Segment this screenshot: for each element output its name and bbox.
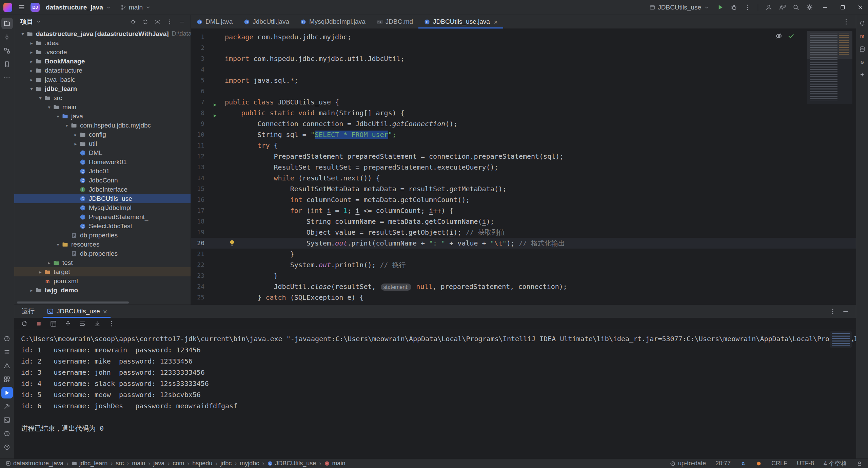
run-tab-close-icon[interactable]: × [103,308,107,315]
scroll-to-end-button[interactable] [93,319,101,328]
tree-item-pom-xml[interactable]: mpom.xml [14,276,191,286]
chevron-down-icon[interactable]: ▾ [28,86,35,92]
soft-wrap-button[interactable] [78,319,87,328]
chevron-down-icon[interactable]: ▾ [19,31,26,37]
code-minimap[interactable] [807,31,852,104]
breadcrumb-main[interactable]: mmain [324,460,345,467]
project-tool-button[interactable] [1,18,13,29]
expand-all-button[interactable] [141,18,149,26]
tree-item-util[interactable]: ▸util [14,139,191,148]
more-button[interactable] [107,319,116,328]
chevron-right-icon[interactable]: ▸ [28,59,35,64]
sync-status[interactable]: up-to-date [670,460,706,467]
tab-close-icon[interactable]: × [494,18,498,25]
history-tool-button[interactable] [1,428,13,439]
bookmarks-tool-button[interactable] [1,58,13,70]
run-line-icon[interactable] [212,100,217,105]
indent-style[interactable]: 4 个空格 [824,460,847,468]
tab-jdbcutils-use-java[interactable]: CJDBCUtils_use.java× [418,15,503,28]
tab-mysqljdbcimpl-java[interactable]: CMysqlJdbcImpl.java [295,15,371,28]
settings-icon[interactable] [804,2,815,13]
tree-item-homework01[interactable]: CHomework01 [14,157,191,167]
breadcrumb-jdbcutils-use[interactable]: CJDBCUtils_use [267,460,316,467]
run-config-widget[interactable]: JDBCUtils_use [647,2,712,13]
tree-item-src[interactable]: ▾src [14,93,191,102]
stop-button[interactable] [34,319,43,328]
profiler-tool-button[interactable] [1,333,13,344]
tree-item-jdbc-learn[interactable]: ▾jdbc_learn [14,84,191,93]
breadcrumb-datastructure-java[interactable]: datastructure_java [5,460,63,467]
tree-item-dml[interactable]: CDML [14,148,191,157]
chevron-down-icon[interactable]: ▾ [54,114,62,119]
tree-item-jdbc01[interactable]: CJdbc01 [14,167,191,176]
console-output[interactable]: C:\Users\meowrain\scoop\apps\corretto17-… [14,330,856,459]
chevron-down-icon[interactable]: ▾ [45,104,53,110]
help-tool-button[interactable] [1,441,13,453]
tree-item-idea[interactable]: ▸.idea [14,38,191,47]
ai-assistant-tool-button[interactable] [857,70,867,80]
readonly-lock[interactable] [856,461,863,467]
window-maximize-button[interactable] [835,0,850,15]
breadcrumb-com[interactable]: com [173,460,184,467]
tree-item-mysqljdbcimpl[interactable]: CMysqlJdbcImpl [14,203,191,212]
rerun-button[interactable] [20,319,28,328]
chevron-down-icon[interactable]: ▾ [54,242,62,247]
tree-item-lwjg-demo[interactable]: ▸lwjg_demo [14,286,191,295]
project-widget[interactable]: datastructure_java [43,2,114,13]
tree-item-vscode[interactable]: ▸.vscode [14,47,191,57]
profile-icon[interactable] [763,2,774,13]
project-panel-title[interactable]: 项目 [20,17,33,26]
tree-item-jdbcutils-use[interactable]: CJDBCUtils_use [14,194,191,203]
translate-icon[interactable] [776,2,788,13]
problems-tool-button[interactable] [1,360,13,371]
tree-item-preparedstatement[interactable]: CPreparedStatement_ [14,212,191,221]
branch-widget[interactable]: main [118,2,154,13]
chevron-right-icon[interactable]: ▸ [37,269,44,275]
line-separator[interactable]: CRLF [771,460,787,467]
tab-options-icon[interactable] [840,16,852,27]
run-tab[interactable]: JDBCUtils_use × [43,305,111,318]
build-tool-button[interactable] [1,401,13,412]
run-options-icon[interactable] [829,308,836,315]
tree-item-db-properties[interactable]: db.properties [14,249,191,258]
tree-item-resources[interactable]: ▾resources [14,240,191,249]
gradle-tool-button[interactable]: G [857,57,867,67]
search-everywhere-icon[interactable] [790,2,802,13]
locate-file-button[interactable] [129,18,137,26]
more-actions-icon[interactable] [742,2,753,13]
caret-position[interactable]: 20:77 [715,460,731,467]
tree-item-datastructure[interactable]: ▸datastructure [14,66,191,75]
chevron-down-icon[interactable]: ▾ [37,95,44,101]
notifications-tool-button[interactable] [857,18,867,28]
console-minimap[interactable] [830,331,852,348]
more-tools-tool-button[interactable] [1,72,13,83]
restore-layout-button[interactable] [49,319,58,328]
file-encoding[interactable]: UTF-8 [797,460,814,467]
chevron-right-icon[interactable]: ▸ [28,50,35,55]
chevron-right-icon[interactable]: ▸ [28,68,35,73]
tree-item-config[interactable]: ▸config [14,130,191,139]
tree-item-datastructure-java-datastructurewithjava[interactable]: ▾datastructure_java [datastructureWithJa… [14,29,191,38]
chevron-right-icon[interactable]: ▸ [28,77,35,82]
chevron-right-icon[interactable]: ▸ [72,141,79,147]
chevron-down-icon[interactable] [36,19,42,25]
breadcrumb-main[interactable]: main [132,460,145,467]
horizontal-scrollbar[interactable] [17,301,129,304]
breadcrumb-jdbc[interactable]: jdbc [220,460,232,467]
collapse-all-button[interactable] [153,18,161,26]
chevron-right-icon[interactable]: ▸ [28,40,35,46]
window-minimize-button[interactable] [817,0,833,15]
tree-item-target[interactable]: ▸target [14,267,191,276]
todo-tool-button[interactable] [1,346,13,358]
maven-tool-button[interactable]: m [857,31,867,41]
breadcrumb-jdbc-learn[interactable]: jdbc_learn [72,460,107,467]
tree-item-java[interactable]: ▾java [14,112,191,121]
debug-button[interactable] [728,2,739,13]
run-tool-button[interactable] [1,387,13,398]
breadcrumb-hspedu[interactable]: hspedu [192,460,212,467]
run-button[interactable] [714,2,726,13]
services-tool-button[interactable] [1,373,13,385]
breadcrumb-src[interactable]: src [116,460,124,467]
tree-item-java-basic[interactable]: ▸java_basic [14,75,191,84]
tree-item-selectjdbctest[interactable]: CSelectJdbcTest [14,221,191,231]
